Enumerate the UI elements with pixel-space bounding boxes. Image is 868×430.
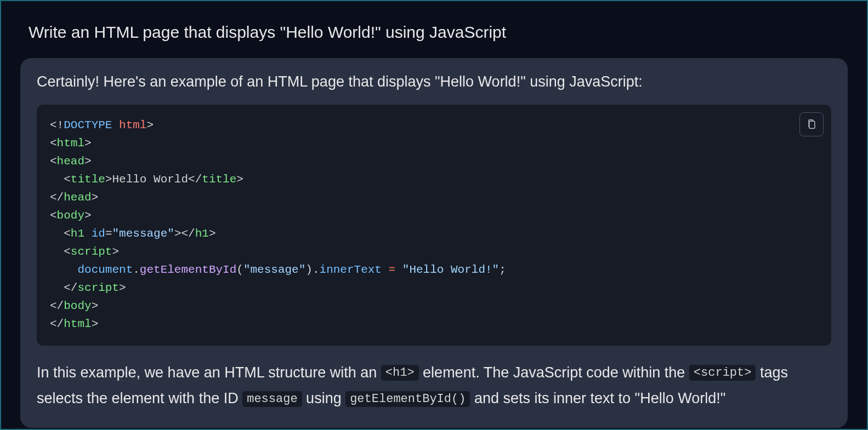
code-line: </script>: [50, 279, 818, 297]
code-line: document.getElementById("message").inner…: [50, 261, 818, 279]
explanation-text: In this example, we have an HTML structu…: [37, 364, 381, 381]
response-explanation: In this example, we have an HTML structu…: [37, 360, 831, 412]
assistant-response-card: Certainly! Here's an example of an HTML …: [20, 58, 848, 428]
code-line: <body>: [50, 207, 818, 225]
response-intro: Certainly! Here's an example of an HTML …: [37, 73, 831, 90]
code-line: <h1 id="message"></h1>: [50, 225, 818, 243]
explanation-text: element. The JavaScript code within the: [419, 364, 689, 381]
code-line: <head>: [50, 153, 818, 171]
code-line: <!DOCTYPE html>: [50, 117, 818, 135]
code-line: <title>Hello World</title>: [50, 171, 818, 189]
copy-code-button[interactable]: [799, 112, 824, 136]
inline-code: <h1>: [381, 365, 419, 381]
explanation-text: and sets its inner text to "Hello World!…: [470, 390, 725, 406]
clipboard-icon: [806, 118, 817, 130]
svg-rect-0: [809, 121, 815, 128]
user-prompt: Write an HTML page that displays "Hello …: [29, 23, 848, 42]
code-line: </html>: [50, 316, 818, 334]
code-line: </body>: [50, 297, 818, 316]
inline-code: <script>: [689, 365, 756, 381]
code-line: <script>: [50, 243, 818, 261]
explanation-text: using: [302, 390, 346, 406]
code-line: </head>: [50, 189, 818, 207]
inline-code: getElementById(): [345, 391, 470, 407]
code-line: <html>: [50, 135, 818, 153]
code-block: <!DOCTYPE html> <html> <head> <title>Hel…: [37, 105, 831, 346]
inline-code: message: [242, 391, 302, 407]
